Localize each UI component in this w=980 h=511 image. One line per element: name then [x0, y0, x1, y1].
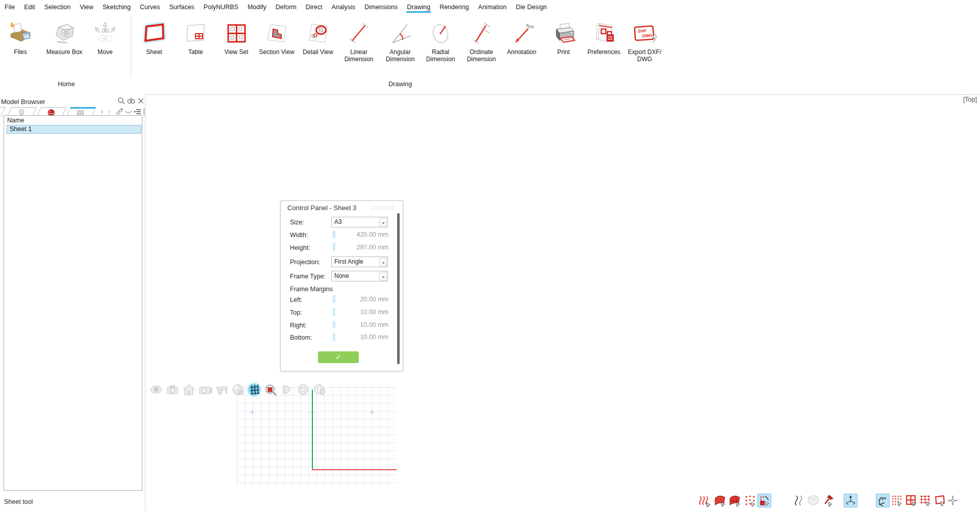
- axes-zyx-icon[interactable]: zyx: [876, 494, 890, 507]
- ribbon-ordinate-dimension-button[interactable]: Ordinate Dimension: [461, 21, 502, 63]
- tree-row-sheet1[interactable]: Sheet 1: [7, 125, 141, 134]
- snap-objects-icon[interactable]: [757, 494, 771, 507]
- filter-solids-icon[interactable]: [806, 494, 820, 507]
- snap-curves-icon[interactable]: [698, 494, 712, 507]
- ribbon-item-label: Detail View: [297, 48, 339, 56]
- menu-analysis[interactable]: Analysis: [331, 1, 356, 13]
- pan-view-icon[interactable]: [312, 382, 327, 397]
- snap-surfaces-icon[interactable]: [713, 494, 727, 507]
- ribbon-section-view-button[interactable]: Section View: [255, 21, 298, 56]
- menu-polynurbs[interactable]: PolyNURBS: [203, 1, 239, 13]
- ribbon-view-set-button[interactable]: View Set: [216, 21, 257, 56]
- menu-edit[interactable]: Edit: [23, 1, 36, 13]
- ribbon-detail-view-button[interactable]: Detail View: [297, 21, 339, 56]
- menu-sketching[interactable]: Sketching: [102, 1, 131, 13]
- menu-deform[interactable]: Deform: [275, 1, 297, 13]
- width-value[interactable]: 420.00 mm: [331, 231, 388, 238]
- chevron-down-icon[interactable]: [379, 218, 387, 226]
- pin-icon[interactable]: [822, 494, 836, 507]
- snap-grid-points-icon[interactable]: [919, 494, 933, 507]
- margin-right-value[interactable]: 10.00 mm: [331, 321, 388, 328]
- ribbon-preferences-button[interactable]: Preferences: [582, 21, 626, 56]
- print-icon: [551, 21, 576, 45]
- drag-grip-icon[interactable]: [371, 206, 393, 210]
- chevron-down-icon[interactable]: [379, 258, 387, 266]
- ribbon-files-button[interactable]: Files: [0, 21, 41, 56]
- ribbon-radial-dimension-button[interactable]: Radial Dimension: [420, 21, 461, 63]
- ribbon-sheet-button[interactable]: Sheet: [134, 21, 175, 56]
- menu-die-design[interactable]: Die Design: [515, 1, 547, 13]
- projection-dropdown[interactable]: First Angle: [331, 257, 388, 267]
- snap-region-icon[interactable]: [933, 494, 947, 507]
- drawing-viewport[interactable]: [Top]: [145, 94, 980, 511]
- home-view-icon[interactable]: [182, 382, 196, 397]
- menu-animation[interactable]: Animation: [478, 1, 507, 13]
- ghost-view-icon[interactable]: [149, 382, 163, 397]
- snap-meshes-icon[interactable]: [728, 494, 742, 507]
- list-view-icon[interactable]: [134, 108, 142, 116]
- filter-curves-icon[interactable]: [792, 494, 806, 507]
- perspective-icon[interactable]: [280, 382, 294, 397]
- zoom-selected-icon[interactable]: [263, 382, 278, 397]
- detail-view-icon: [306, 21, 330, 45]
- menu-direct[interactable]: Direct: [305, 1, 323, 13]
- globe-view-icon[interactable]: [296, 382, 310, 397]
- snapshot-icon[interactable]: [165, 382, 180, 397]
- ribbon-item-label: Print: [543, 48, 584, 56]
- annotation-icon: Text: [509, 21, 534, 45]
- tab-scroll-right-icon[interactable]: ›: [108, 108, 110, 115]
- chevron-down-icon[interactable]: [379, 272, 387, 280]
- link-views-icon[interactable]: [115, 108, 124, 116]
- find-binoculars-icon[interactable]: [127, 97, 135, 105]
- ribbon-print-button[interactable]: Print: [543, 21, 584, 56]
- close-icon[interactable]: [137, 97, 145, 105]
- margin-top-value[interactable]: 10.00 mm: [331, 309, 388, 316]
- turntable-icon[interactable]: [214, 382, 229, 397]
- linear-dimension-icon: [347, 21, 371, 45]
- search-icon[interactable]: [117, 97, 126, 105]
- ribbon-measure-box-button[interactable]: Measure Box: [44, 21, 85, 56]
- ribbon-annotation-button[interactable]: Text Annotation: [501, 21, 542, 56]
- grid-toggle-icon[interactable]: [247, 382, 261, 397]
- ribbon-export-dxf-dwg-button[interactable]: .DXF .DWG Export DXF/ DWG: [623, 21, 667, 63]
- snap-grid-dots-icon[interactable]: [890, 494, 904, 507]
- menu-view[interactable]: View: [79, 1, 94, 13]
- menu-drawing[interactable]: Drawing: [406, 1, 431, 13]
- ribbon-linear-dimension-button[interactable]: Linear Dimension: [338, 21, 379, 63]
- ribbon-item-label: Preferences: [582, 48, 626, 56]
- ribbon-item-label: Annotation: [501, 48, 542, 56]
- height-value[interactable]: 297.00 mm: [331, 244, 388, 251]
- menu-dimensions[interactable]: Dimensions: [364, 1, 398, 13]
- control-panel-title: Control Panel - Sheet 3: [287, 204, 356, 212]
- sheet-y-axis: [312, 390, 313, 470]
- ribbon-table-button[interactable]: Table: [175, 21, 216, 56]
- frame-type-dropdown[interactable]: None: [331, 271, 388, 282]
- snap-window-icon[interactable]: [904, 494, 918, 507]
- ribbon-move-button[interactable]: Move: [85, 21, 126, 56]
- camera-icon[interactable]: [198, 382, 212, 397]
- margin-left-value[interactable]: 20.00 mm: [331, 296, 388, 303]
- view-set-icon: [224, 21, 249, 45]
- menu-modify[interactable]: Modify: [247, 1, 267, 13]
- margin-top-label: Top:: [290, 309, 302, 316]
- apply-button[interactable]: ✓: [318, 351, 359, 363]
- snap-points-icon[interactable]: [743, 494, 757, 507]
- size-dropdown[interactable]: A3: [331, 217, 388, 227]
- tab-scroll-left-icon[interactable]: ‹: [101, 108, 103, 115]
- curve-filter-icon[interactable]: [125, 108, 133, 116]
- ribbon-angular-dimension-button[interactable]: Angular Dimension: [380, 21, 421, 63]
- model-browser-tree: Name Sheet 1: [4, 115, 142, 491]
- menu-curves[interactable]: Curves: [139, 1, 161, 13]
- margin-bottom-value[interactable]: 10.00 mm: [331, 334, 388, 341]
- menu-file[interactable]: File: [4, 1, 15, 13]
- svg-text:.DWG: .DWG: [641, 33, 652, 38]
- origin-crosshair-icon[interactable]: [946, 494, 960, 507]
- move-normal-icon[interactable]: [844, 494, 857, 507]
- panel-scrollbar[interactable]: [397, 213, 400, 364]
- sphere-shade-icon[interactable]: [231, 382, 245, 397]
- preferences-icon: [592, 21, 616, 45]
- menu-selection[interactable]: Selection: [44, 1, 71, 13]
- menu-surfaces[interactable]: Surfaces: [169, 1, 195, 13]
- ribbon-item-label: Radial Dimension: [420, 48, 461, 63]
- menu-rendering[interactable]: Rendering: [439, 1, 470, 13]
